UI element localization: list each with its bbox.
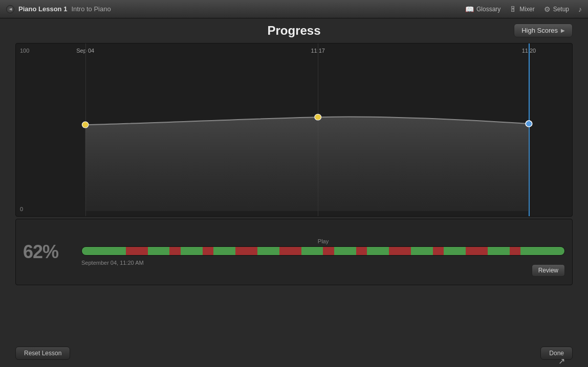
mixer-label: Mixer: [519, 6, 534, 13]
high-scores-button[interactable]: High Scores: [514, 24, 573, 37]
session-date: September 04, 11:20 AM: [81, 260, 565, 266]
glossary-label: Glossary: [476, 6, 500, 13]
chart-inner: Sep 04 11:17 11:20: [31, 43, 572, 216]
play-segment-red: [356, 247, 367, 255]
glossary-button[interactable]: 📖 Glossary: [465, 5, 500, 13]
back-button[interactable]: [6, 5, 14, 13]
play-segment-red: [389, 247, 411, 255]
play-segment-red: [203, 247, 213, 255]
main-content: Progress High Scores 100 0 Sep 04 11:17 …: [0, 18, 588, 367]
play-segment-green: [488, 247, 510, 255]
play-segment-green: [444, 247, 466, 255]
review-button[interactable]: Review: [532, 264, 565, 277]
play-segment-green: [334, 247, 356, 255]
play-segment-green: [520, 247, 564, 255]
chart-svg: [31, 43, 572, 216]
music-icon: ♪: [578, 5, 582, 13]
play-segment-green: [82, 247, 126, 255]
music-button[interactable]: ♪: [578, 5, 582, 13]
play-segment-red: [510, 247, 520, 255]
page-title: Progress: [267, 24, 320, 38]
play-segment-green: [411, 247, 433, 255]
y-axis-100: 100: [20, 48, 29, 54]
setup-button[interactable]: ⚙ Setup: [544, 5, 569, 13]
topbar-right: 📖 Glossary 🎚 Mixer ⚙ Setup ♪: [465, 5, 582, 13]
play-bar-wrapper: Play September 04, 11:20 AM: [81, 238, 565, 266]
bottom-bar: Reset Lesson Done: [15, 347, 573, 360]
data-point-1: [82, 122, 89, 128]
mixer-button[interactable]: 🎚 Mixer: [510, 5, 534, 13]
play-segment-red: [466, 247, 488, 255]
mixer-icon: 🎚: [510, 5, 517, 13]
play-bar: [81, 246, 565, 256]
play-segment-green: [257, 247, 279, 255]
score-value: 62: [23, 241, 42, 262]
glossary-icon: 📖: [465, 5, 474, 13]
lesson-subtitle: Intro to Piano: [71, 5, 111, 13]
progress-section: 62% Play September 04, 11:20 AM Review: [15, 219, 573, 285]
play-segment-red: [279, 247, 301, 255]
play-segment-red: [235, 247, 257, 255]
percent-sign: %: [42, 241, 58, 262]
reset-lesson-button[interactable]: Reset Lesson: [15, 347, 70, 360]
data-point-3: [526, 121, 532, 127]
score-display: 62%: [23, 241, 74, 263]
play-segment-red: [169, 247, 180, 255]
topbar: Piano Lesson 1 Intro to Piano 📖 Glossary…: [0, 0, 588, 18]
play-segment-red: [126, 247, 148, 255]
play-label: Play: [81, 238, 565, 244]
play-segment-green: [301, 247, 323, 255]
progress-chart: 100 0 Sep 04 11:17 11:20: [15, 43, 573, 217]
setup-icon: ⚙: [544, 5, 551, 13]
data-point-2: [315, 114, 321, 120]
lesson-title: Piano Lesson 1: [18, 5, 67, 13]
y-axis-0: 0: [20, 206, 23, 212]
play-segment-red: [433, 247, 444, 255]
play-segment-green: [148, 247, 170, 255]
setup-label: Setup: [553, 6, 569, 13]
play-segment-red: [323, 247, 334, 255]
progress-row: 62% Play September 04, 11:20 AM: [23, 238, 565, 266]
play-segment-green: [213, 247, 235, 255]
play-segment-green: [367, 247, 389, 255]
done-button[interactable]: Done: [540, 347, 573, 360]
play-segment-green: [181, 247, 203, 255]
topbar-left: Piano Lesson 1 Intro to Piano: [6, 5, 111, 13]
